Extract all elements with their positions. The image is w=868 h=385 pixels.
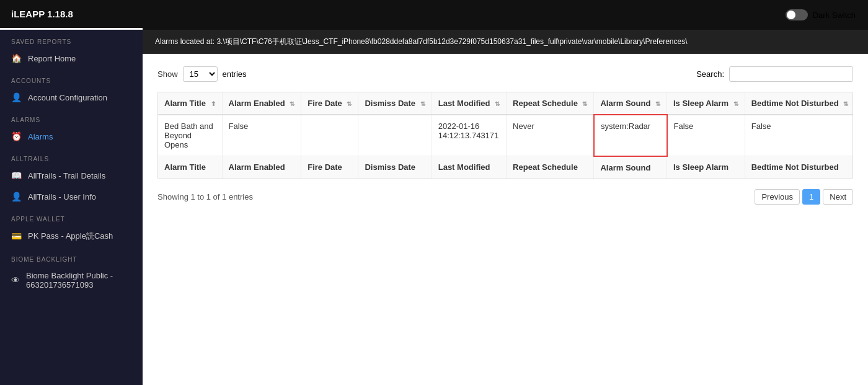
sidebar-icon-report-home: 🏠 [11, 53, 22, 63]
footer-col-0: Alarm Title [158, 156, 222, 179]
col-is-sleep-alarm[interactable]: Is Sleep Alarm ⇅ [667, 92, 745, 115]
sidebar-label-biome-backlight: Biome Backlight Public - 663201736571093 [26, 271, 131, 290]
sidebar: SAVED REPORTS🏠Report HomeACCOUNTS👤Accoun… [0, 30, 143, 385]
cell-last-modified: 2022-01-16 14:12:13.743171 [432, 115, 506, 156]
sort-icon-repeat-schedule: ⇅ [582, 100, 587, 107]
sidebar-icon-alarms: ⏰ [11, 131, 22, 141]
app-title: iLEAPP 1.18.8 [0, 0, 143, 28]
cell-alarm-enabled: False [222, 115, 301, 156]
sidebar-icon-alltrails-trail: 📖 [11, 170, 22, 180]
topbar-right: Dark Switch [143, 0, 868, 30]
content-area: Show 10 15 25 50 100 entries Search: [143, 54, 868, 385]
pagination-controls: Previous 1 Next [755, 189, 853, 205]
sort-icon-bedtime-not-disturbed: ⇅ [843, 100, 848, 107]
search-control: Search: [696, 66, 853, 82]
table-footer-header-row: Alarm TitleAlarm EnabledFire DateDismiss… [158, 156, 853, 179]
footer-col-5: Repeat Schedule [507, 156, 594, 179]
search-label: Search: [696, 69, 724, 79]
cell-alarm-title: Bed Bath and Beyond Opens [158, 115, 222, 156]
sidebar-icon-biome-backlight: 👁 [11, 275, 20, 285]
col-repeat-schedule[interactable]: Repeat Schedule ⇅ [507, 92, 594, 115]
table-controls: Show 10 15 25 50 100 entries Search: [157, 66, 853, 82]
sidebar-icon-pk-pass: 💳 [11, 231, 22, 241]
sidebar-item-alarms[interactable]: ⏰Alarms [0, 126, 143, 147]
sidebar-label-account-config: Account Configuration [28, 93, 107, 102]
dark-switch-area[interactable]: Dark Switch [786, 9, 856, 20]
sort-icon-dismiss-date: ⇅ [420, 100, 425, 107]
sidebar-item-biome-backlight[interactable]: 👁Biome Backlight Public - 66320173657109… [0, 265, 143, 295]
alarms-table: Alarm Title ⬆ Alarm Enabled ⇅ Fire Date … [158, 92, 853, 179]
search-input[interactable] [729, 66, 853, 82]
page-1-button[interactable]: 1 [802, 189, 820, 205]
sidebar-label-report-home: Report Home [28, 54, 76, 63]
sidebar-section-alltrails: ALLTRAILS [0, 147, 143, 165]
footer-col-6: Alarm Sound [594, 156, 667, 179]
col-bedtime-not-disturbed[interactable]: Bedtime Not Disturbed ⇅ [745, 92, 853, 115]
col-last-modified[interactable]: Last Modified ⇅ [432, 92, 506, 115]
footer-col-7: Is Sleep Alarm [667, 156, 745, 179]
previous-button[interactable]: Previous [755, 189, 800, 205]
pagination-row: Showing 1 to 1 of 1 entries Previous 1 N… [157, 189, 853, 205]
cell-repeat-schedule: Never [507, 115, 594, 156]
cell-dismiss-date [358, 115, 432, 156]
sort-icon-alarm-title: ⬆ [211, 100, 216, 107]
footer-col-3: Dismiss Date [358, 156, 432, 179]
entries-label: entries [223, 69, 247, 79]
col-alarm-enabled[interactable]: Alarm Enabled ⇅ [222, 92, 301, 115]
sidebar-section-alarms: ALARMS [0, 108, 143, 126]
sort-icon-fire-date: ⇅ [347, 100, 352, 107]
file-path-bar: Alarms located at: 3.\项目\CTF\C76手机取证\Jes… [143, 30, 868, 54]
table-row: Bed Bath and Beyond OpensFalse2022-01-16… [158, 115, 853, 156]
sidebar-icon-alltrails-user: 👤 [11, 192, 22, 201]
table-header-row: Alarm Title ⬆ Alarm Enabled ⇅ Fire Date … [158, 92, 853, 115]
cell-bedtime-not-disturbed: False [745, 115, 853, 156]
dark-switch-toggle[interactable] [786, 9, 808, 20]
next-button[interactable]: Next [823, 189, 853, 205]
entries-select[interactable]: 10 15 25 50 100 [183, 66, 218, 82]
dark-switch-label: Dark Switch [813, 11, 856, 20]
cell-alarm-sound: system:Radar [594, 115, 667, 156]
sort-icon-alarm-sound: ⇅ [655, 100, 660, 107]
sidebar-item-account-config[interactable]: 👤Account Configuration [0, 87, 143, 108]
sidebar-item-pk-pass[interactable]: 💳PK Pass - Apple読Cash [0, 225, 143, 247]
footer-col-1: Alarm Enabled [222, 156, 301, 179]
sidebar-label-alarms: Alarms [28, 132, 53, 141]
sidebar-label-pk-pass: PK Pass - Apple読Cash [28, 231, 113, 242]
sidebar-item-alltrails-user[interactable]: 👤AllTrails - User Info [0, 186, 143, 207]
footer-col-8: Bedtime Not Disturbed [745, 156, 853, 179]
cell-fire-date [301, 115, 358, 156]
col-alarm-title[interactable]: Alarm Title ⬆ [158, 92, 222, 115]
toggle-knob [787, 11, 795, 19]
col-fire-date[interactable]: Fire Date ⇅ [301, 92, 358, 115]
col-alarm-sound[interactable]: Alarm Sound ⇅ [594, 92, 667, 115]
cell-is-sleep-alarm: False [667, 115, 745, 156]
col-dismiss-date[interactable]: Dismiss Date ⇅ [358, 92, 432, 115]
show-entries-control: Show 10 15 25 50 100 entries [157, 66, 247, 82]
sort-icon-last-modified: ⇅ [495, 100, 500, 107]
sidebar-label-alltrails-user: AllTrails - User Info [28, 192, 96, 201]
sidebar-icon-account-config: 👤 [11, 92, 22, 102]
show-label: Show [157, 69, 178, 79]
data-table-wrapper: Alarm Title ⬆ Alarm Enabled ⇅ Fire Date … [157, 92, 853, 179]
footer-col-2: Fire Date [301, 156, 358, 179]
sort-icon-alarm-enabled: ⇅ [290, 100, 294, 107]
sidebar-item-alltrails-trail[interactable]: 📖AllTrails - Trail Details [0, 165, 143, 186]
sidebar-section-biome-backlight: BIOME BACKLIGHT [0, 247, 143, 265]
showing-text: Showing 1 to 1 of 1 entries [157, 192, 253, 201]
sidebar-section-saved-reports: SAVED REPORTS [0, 30, 143, 48]
sidebar-section-apple-wallet: APPLE WALLET [0, 207, 143, 225]
main-content: Alarms located at: 3.\项目\CTF\C76手机取证\Jes… [143, 30, 868, 385]
footer-col-4: Last Modified [432, 156, 506, 179]
sidebar-item-report-home[interactable]: 🏠Report Home [0, 48, 143, 69]
sort-icon-is-sleep-alarm: ⇅ [733, 100, 738, 107]
sidebar-label-alltrails-trail: AllTrails - Trail Details [28, 171, 105, 180]
sidebar-section-accounts: ACCOUNTS [0, 69, 143, 87]
